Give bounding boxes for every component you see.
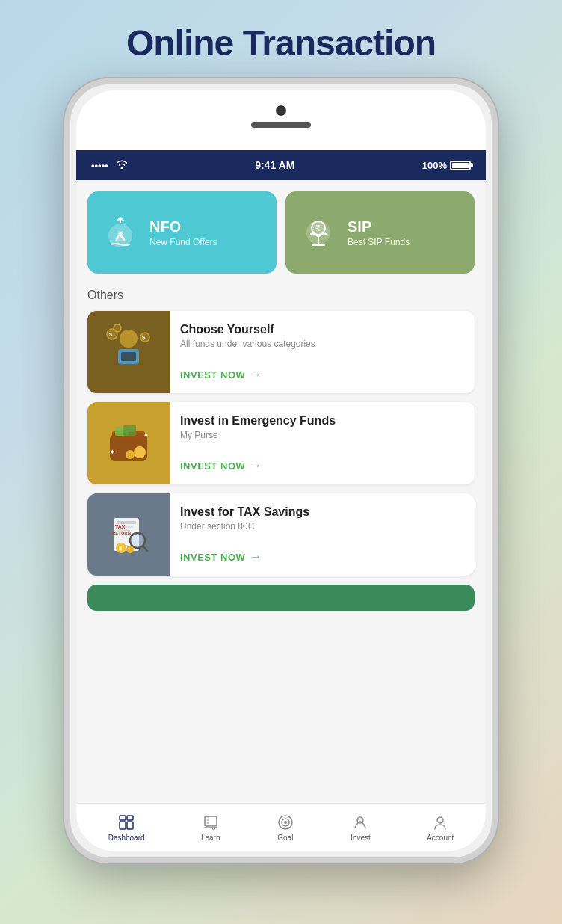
battery-pct-label: 100% [422,160,447,171]
learn-icon [202,813,220,831]
nfo-icon: ₹ [99,212,140,253]
volume-down-button [64,346,66,406]
svg-text:$: $ [142,334,146,341]
dashboard-icon [117,813,135,831]
power-button [496,234,498,286]
nav-item-learn[interactable]: Learn [194,810,228,846]
svg-text:₹: ₹ [315,224,321,232]
phone-screen: ••••• 9:41 AM 100% [76,150,486,851]
status-right: 100% [422,160,471,171]
account-icon [431,813,449,831]
choose-yourself-title: Choose Yourself [180,323,464,336]
list-item-choose-yourself[interactable]: $ $ Choose Yourself All funds under vari… [87,311,475,393]
nfo-title: NFO [149,218,217,235]
svg-text:✦: ✦ [109,448,115,456]
invest-now-label-2: INVEST NOW [180,461,245,472]
svg-text:✦: ✦ [143,432,149,439]
invest-arrow-2: → [250,459,262,472]
svg-rect-34 [120,822,126,829]
status-bar: ••••• 9:41 AM 100% [76,150,486,180]
svg-text:$: $ [119,545,123,552]
svg-point-18 [126,450,135,459]
svg-text:$: $ [109,331,113,338]
learn-label: Learn [201,834,220,842]
svg-text:TAX: TAX [115,524,126,529]
tax-subtitle: Under section 80C [180,521,464,532]
tax-savings-img: TAX RETURN $ [87,493,170,576]
svg-rect-32 [120,816,126,820]
svg-point-40 [284,821,287,824]
nav-item-invest[interactable]: Invest [343,810,378,846]
nav-item-dashboard[interactable]: Dashboard [101,810,152,846]
invest-label: Invest [351,834,371,842]
nav-item-account[interactable]: Account [419,810,461,846]
emergency-funds-content: Invest in Emergency Funds My Purse INVES… [170,402,475,484]
volume-up-button [64,271,66,331]
nfo-subtitle: New Fund Offers [149,237,217,247]
svg-point-41 [357,817,363,823]
list-item-emergency-funds[interactable]: ✦ ✦ Invest in Emergency Funds My Purse I… [87,402,475,484]
phone-notch [76,90,486,150]
list-item-tax-savings[interactable]: TAX RETURN $ [87,493,475,576]
goal-label: Goal [277,834,293,842]
invest-icon [351,813,369,831]
signal-dots: ••••• [91,160,108,171]
invest-now-label-1: INVEST NOW [180,369,245,381]
choose-yourself-content: Choose Yourself All funds under various … [170,311,475,393]
wifi-icon [116,160,128,171]
section-others-label: Others [87,289,475,302]
bottom-nav: Dashboard Learn [76,803,486,851]
speaker [251,122,311,128]
svg-rect-7 [121,352,136,361]
emergency-funds-img: ✦ ✦ [87,402,170,484]
status-time: 9:41 AM [255,159,294,171]
sip-card[interactable]: ₹ SIP B [285,191,475,274]
svg-line-28 [143,546,147,551]
account-label: Account [427,834,454,842]
svg-point-10 [114,324,121,332]
svg-rect-35 [127,822,133,829]
svg-rect-33 [127,816,133,820]
emergency-invest-btn[interactable]: INVEST NOW → [180,459,464,472]
svg-text:RETURN: RETURN [112,531,131,535]
screen-content[interactable]: ₹ NFO New Fund Offers [76,180,486,803]
svg-point-42 [437,817,443,823]
front-camera [276,105,286,116]
svg-rect-16 [123,425,136,436]
nfo-card[interactable]: ₹ NFO New Fund Offers [87,191,277,274]
choose-yourself-invest-btn[interactable]: INVEST NOW → [180,368,464,381]
list-item-partial [87,585,475,611]
phone-mockup: ••••• 9:41 AM 100% [64,78,498,863]
goal-icon [277,813,294,831]
svg-point-30 [126,546,134,553]
nfo-card-text: NFO New Fund Offers [149,218,217,247]
sip-card-text: SIP Best SIP Funds [348,218,410,247]
svg-point-17 [134,446,146,458]
svg-point-37 [212,828,214,830]
nav-item-goal[interactable]: Goal [269,810,302,846]
tax-savings-content: Invest for TAX Savings Under section 80C… [170,493,475,576]
choose-yourself-img: $ $ [87,311,170,393]
sip-title: SIP [348,218,410,235]
battery-icon [450,161,471,170]
dashboard-label: Dashboard [108,834,145,842]
invest-arrow-3: → [250,550,262,564]
invest-arrow-1: → [250,368,262,381]
tax-invest-btn[interactable]: INVEST NOW → [180,550,464,564]
invest-now-label-3: INVEST NOW [180,552,245,563]
emergency-title: Invest in Emergency Funds [180,414,464,428]
svg-text:₹: ₹ [117,230,123,241]
phone-shell: ••••• 9:41 AM 100% [64,78,498,863]
sip-icon: ₹ [297,212,339,253]
svg-rect-36 [205,816,217,826]
volume-button-right [496,301,498,391]
mute-button [64,219,66,256]
page-title: Online Transaction [111,0,451,78]
top-cards-row: ₹ NFO New Fund Offers [87,191,475,274]
status-left: ••••• [91,160,128,171]
sip-subtitle: Best SIP Funds [348,237,410,247]
svg-point-5 [120,330,138,348]
tax-title: Invest for TAX Savings [180,505,464,519]
choose-yourself-subtitle: All funds under various categories [180,339,464,349]
phone-inner: ••••• 9:41 AM 100% [76,90,486,851]
